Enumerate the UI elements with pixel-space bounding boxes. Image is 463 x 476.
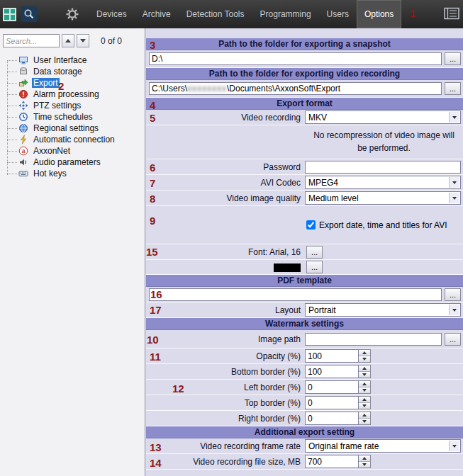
- avi-codec-dropdown[interactable]: MPEG4: [305, 176, 461, 189]
- opacity-input[interactable]: [305, 349, 359, 363]
- search-next-button[interactable]: [77, 34, 89, 47]
- tree-item-label: Hot keys: [32, 169, 68, 178]
- spinner-down-button[interactable]: [359, 403, 370, 409]
- menu-item-detection-tools[interactable]: Detection Tools: [179, 0, 252, 28]
- panel-list-icon: [444, 7, 459, 20]
- menu-item-users[interactable]: Users: [319, 0, 357, 28]
- export-titles-checkbox[interactable]: [306, 220, 316, 230]
- tree-item-hot-keys[interactable]: Hot keys: [0, 168, 145, 179]
- image-path-browse-button[interactable]: ...: [445, 333, 461, 346]
- layouts-button[interactable]: [0, 0, 19, 28]
- pdf-template-browse-button[interactable]: ...: [445, 288, 461, 301]
- callout-2: 2: [58, 80, 64, 92]
- menu-item-devices[interactable]: Devices: [89, 0, 135, 28]
- font-browse-button[interactable]: ...: [306, 246, 323, 259]
- spinner-up-button[interactable]: [359, 455, 370, 462]
- tree-item-user-interface[interactable]: User Interface: [0, 55, 145, 66]
- dropdown-arrow-icon: [449, 177, 459, 188]
- tree-item-export[interactable]: Export: [0, 77, 145, 89]
- dropdown-value: MPEG4: [308, 178, 338, 188]
- dropdown-value: Medium level: [308, 193, 359, 203]
- video-quality-dropdown[interactable]: Medium level: [305, 191, 461, 205]
- main-menu: Devices Archive Detection Tools Programm…: [89, 0, 401, 28]
- search-prev-button[interactable]: [62, 34, 74, 47]
- callout-16: 16: [150, 288, 162, 300]
- spinner-up-button[interactable]: [359, 366, 370, 372]
- top-border-label: Top border (%): [146, 398, 305, 408]
- menu-item-archive[interactable]: Archive: [135, 0, 179, 28]
- password-row: Password: [146, 159, 463, 175]
- spinner-down-button[interactable]: [359, 419, 370, 424]
- search-button[interactable]: [19, 0, 38, 28]
- tree-item-label: AxxonNet: [32, 146, 72, 156]
- settings-gear-button[interactable]: [62, 0, 82, 28]
- search-icon: [21, 6, 37, 22]
- tree-item-alarm-processing[interactable]: Alarm processing: [0, 89, 145, 100]
- left-border-row: Left border (%): [146, 380, 463, 395]
- tree-item-audio-parameters[interactable]: Audio parameters: [0, 157, 145, 168]
- spinner-down-button[interactable]: [359, 387, 370, 393]
- frame-rate-row: Video recording frame rate Original fram…: [146, 438, 463, 454]
- avi-codec-label: AVI Codec: [146, 178, 305, 188]
- callout-12: 12: [172, 382, 184, 395]
- tree-item-label: Alarm processing: [32, 89, 101, 99]
- callout-11: 11: [150, 351, 161, 363]
- right-border-input[interactable]: [305, 412, 359, 425]
- tree-item-label: Time schedules: [32, 112, 94, 122]
- chevron-up-icon: [65, 39, 71, 42]
- tree-item-label: PTZ settings: [32, 101, 82, 110]
- image-path-input[interactable]: [305, 333, 442, 346]
- export-settings-panel: Path to the folder for exporting a snaps…: [146, 28, 463, 476]
- tree-item-automatic-connection[interactable]: Automatic connection: [0, 134, 145, 145]
- frame-rate-dropdown[interactable]: Original frame rate: [305, 439, 461, 453]
- top-border-spinner: [305, 396, 371, 409]
- callout-14: 14: [150, 457, 162, 469]
- menu-item-options[interactable]: Options: [357, 0, 401, 28]
- font-color-browse-button[interactable]: ...: [306, 261, 323, 273]
- tree-item-regional-settings[interactable]: Regional settings: [0, 123, 145, 134]
- image-path-row: Image path ...: [146, 330, 463, 348]
- top-border-input[interactable]: [305, 396, 359, 409]
- password-input[interactable]: [305, 161, 461, 174]
- panel-toggle-button[interactable]: [444, 7, 459, 22]
- layout-row: Layout Portrait: [146, 302, 463, 318]
- opacity-spinner: [305, 349, 371, 363]
- search-input[interactable]: [3, 34, 60, 47]
- clock-icon: [18, 112, 28, 122]
- dropdown-arrow-icon: [449, 112, 459, 123]
- tree-item-time-schedules[interactable]: Time schedules: [0, 111, 145, 123]
- recording-browse-button[interactable]: ...: [445, 82, 461, 95]
- right-border-row: Right border (%): [146, 411, 463, 426]
- tree-item-axxonnet[interactable]: a AxxonNet: [0, 145, 145, 157]
- right-border-label: Right border (%): [146, 414, 305, 424]
- password-label: Password: [146, 162, 305, 172]
- snapshot-browse-button[interactable]: ...: [445, 52, 461, 65]
- video-recording-format-dropdown[interactable]: MKV: [305, 110, 461, 124]
- spinner-down-button[interactable]: [359, 372, 370, 378]
- spinner-up-button[interactable]: [359, 397, 370, 403]
- layout-dropdown[interactable]: Portrait: [305, 303, 461, 317]
- spinner-up-button[interactable]: [359, 381, 370, 387]
- pdf-template-input[interactable]: [149, 288, 442, 301]
- spinner-down-button[interactable]: [359, 356, 370, 362]
- spinner-up-button[interactable]: [359, 350, 370, 356]
- alarm-icon: [18, 89, 28, 99]
- axxonnet-icon: a: [18, 146, 28, 156]
- menu-item-programming[interactable]: Programming: [252, 0, 319, 28]
- left-border-input[interactable]: [305, 380, 359, 394]
- snapshot-path-input[interactable]: [149, 52, 442, 65]
- spinner-down-button[interactable]: [359, 462, 370, 468]
- recording-path-input[interactable]: C:\Users\xxxxxxxx\Documents\AxxonSoft\Ex…: [149, 82, 442, 95]
- left-border-label: Left border (%): [146, 382, 305, 392]
- file-size-input[interactable]: [305, 455, 359, 468]
- file-size-label: Video recording file size, MB: [146, 457, 305, 467]
- spinner-up-button[interactable]: [359, 412, 370, 419]
- dropdown-value: Portrait: [308, 305, 336, 315]
- tree-item-ptz-settings[interactable]: PTZ settings: [0, 100, 145, 111]
- top-toolbar: Devices Archive Detection Tools Programm…: [0, 0, 463, 28]
- user-interface-icon: [18, 55, 28, 65]
- bottom-border-input[interactable]: [305, 365, 359, 378]
- tree-item-label: Audio parameters: [32, 157, 102, 167]
- tree-item-data-storage[interactable]: Data storage: [0, 66, 145, 77]
- font-color-row: ...: [146, 260, 463, 275]
